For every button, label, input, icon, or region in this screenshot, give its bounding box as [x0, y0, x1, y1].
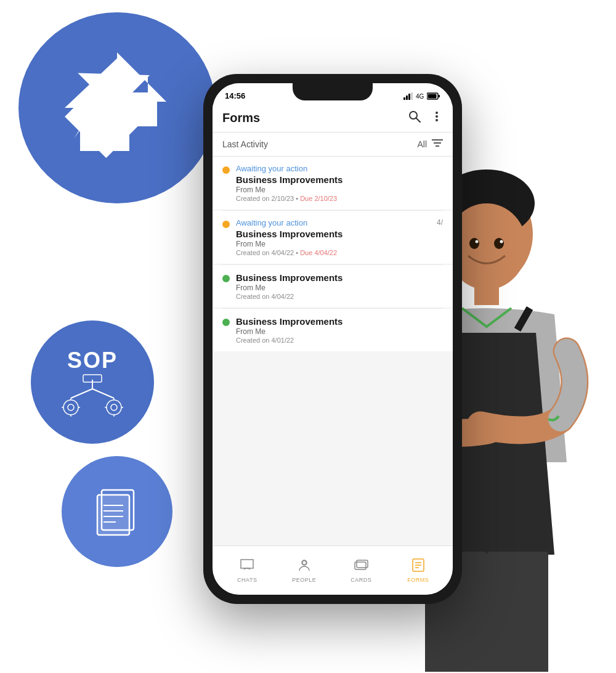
svg-point-54 — [500, 240, 503, 243]
chats-icon — [240, 558, 254, 575]
status-time: 14:56 — [225, 91, 245, 100]
form-from: From Me — [236, 186, 443, 194]
form-title: Business Improvements — [236, 272, 443, 283]
svg-marker-1 — [65, 55, 157, 151]
app-header: Forms — [213, 105, 453, 133]
awaiting-label: Awaiting your action — [236, 164, 443, 173]
form-content: Awaiting your action Business Improvemen… — [236, 164, 443, 202]
form-item[interactable]: Business Improvements From Me Created on… — [213, 309, 453, 351]
due-date: Due 2/10/23 — [300, 195, 337, 202]
status-dot-green — [222, 319, 230, 326]
form-content: Business Improvements From Me Created on… — [236, 272, 443, 300]
svg-rect-19 — [97, 495, 129, 535]
app-title: Forms — [222, 111, 260, 125]
form-item[interactable]: Business Improvements From Me Created on… — [213, 265, 453, 308]
form-item[interactable]: Awaiting your action Business Improvemen… — [213, 211, 453, 264]
svg-point-36 — [436, 119, 438, 121]
status-dot-green — [222, 275, 230, 282]
nav-label-cards: CARDS — [351, 577, 371, 583]
svg-rect-27 — [411, 92, 413, 100]
svg-point-7 — [68, 404, 74, 410]
nav-item-forms[interactable]: FORMS — [390, 558, 447, 583]
screen-content: Forms — [213, 105, 453, 545]
svg-point-56 — [456, 418, 505, 445]
filter-bar: Last Activity All — [213, 133, 453, 157]
svg-point-35 — [436, 115, 438, 118]
nav-item-people[interactable]: PEOPLE — [276, 558, 333, 583]
form-from: From Me — [236, 240, 426, 248]
filter-right: All — [417, 139, 443, 150]
svg-point-52 — [494, 238, 504, 249]
form-date: Created on 4/01/22 — [236, 336, 443, 344]
due-date: Due 4/04/22 — [300, 249, 337, 256]
form-date: Created on 2/10/23 • Due 2/10/23 — [236, 195, 443, 202]
header-icons — [408, 110, 443, 126]
svg-point-34 — [436, 112, 438, 114]
filter-icon[interactable] — [432, 139, 443, 150]
nav-label-people: PEOPLE — [292, 577, 316, 583]
awaiting-label: Awaiting your action — [236, 218, 426, 227]
phone-notch — [293, 83, 373, 100]
forms-list: Awaiting your action Business Improvemen… — [213, 157, 453, 545]
svg-point-12 — [107, 400, 121, 415]
form-content: Business Improvements From Me Created on… — [236, 316, 443, 344]
svg-line-3 — [71, 389, 92, 398]
sop-label: SOP — [67, 348, 118, 373]
status-dot-yellow — [222, 166, 230, 174]
form-date: Created on 4/04/22 — [236, 293, 443, 300]
phone-screen: 14:56 4G — [213, 83, 453, 595]
nav-label-forms: FORMS — [407, 577, 429, 583]
svg-rect-58 — [487, 552, 548, 672]
decorative-arrow-circle — [18, 12, 216, 203]
arrow-icon — [55, 46, 179, 169]
nav-label-chats: CHATS — [237, 577, 257, 583]
people-icon — [297, 558, 312, 575]
more-options-icon[interactable] — [431, 110, 443, 126]
svg-point-53 — [476, 240, 479, 243]
svg-rect-41 — [302, 561, 306, 565]
filter-all-value[interactable]: All — [417, 139, 427, 149]
form-title: Business Improvements — [236, 174, 443, 185]
form-item[interactable]: Awaiting your action Business Improvemen… — [213, 157, 453, 210]
phone-frame: 14:56 4G — [203, 74, 462, 604]
document-circle — [62, 456, 172, 567]
cards-icon — [354, 558, 368, 575]
sop-circle: SOP — [31, 320, 154, 444]
svg-rect-24 — [403, 97, 405, 100]
svg-rect-55 — [474, 280, 499, 305]
nav-item-chats[interactable]: CHATS — [219, 558, 276, 583]
svg-text:4G: 4G — [416, 93, 424, 100]
bottom-nav: CHATS PEOPLE — [213, 545, 453, 595]
form-title: Business Improvements — [236, 316, 443, 327]
search-icon[interactable] — [408, 110, 421, 126]
form-from: From Me — [236, 327, 443, 336]
svg-rect-26 — [408, 94, 410, 100]
form-number: 4/ — [432, 218, 443, 227]
svg-point-13 — [111, 404, 117, 410]
svg-rect-25 — [406, 96, 408, 100]
document-icon — [92, 484, 142, 539]
battery-icon — [427, 92, 440, 100]
phone-device: 14:56 4G — [203, 74, 462, 604]
svg-rect-31 — [428, 94, 437, 98]
signal-icon — [403, 92, 413, 100]
status-icons: 4G — [403, 92, 440, 100]
svg-rect-30 — [439, 95, 440, 97]
status-dot-yellow — [222, 221, 230, 228]
svg-point-32 — [410, 112, 417, 119]
form-content: Awaiting your action Business Improvemen… — [236, 218, 426, 256]
wifi-icon: 4G — [416, 92, 424, 100]
svg-line-33 — [416, 118, 420, 122]
svg-point-6 — [63, 400, 78, 415]
filter-label: Last Activity — [222, 139, 268, 149]
form-from: From Me — [236, 283, 443, 292]
form-title: Business Improvements — [236, 229, 426, 239]
forms-icon — [411, 558, 426, 575]
form-date: Created on 4/04/22 • Due 4/04/22 — [236, 249, 426, 256]
svg-point-51 — [469, 238, 479, 249]
sop-diagram-icon — [55, 373, 129, 417]
svg-line-4 — [92, 389, 114, 398]
nav-item-cards[interactable]: CARDS — [333, 558, 390, 583]
